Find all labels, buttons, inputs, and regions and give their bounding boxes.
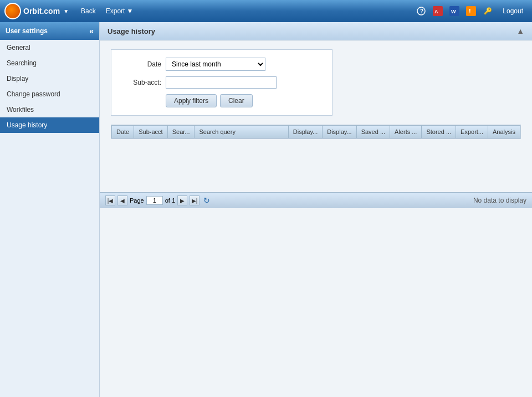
- user-icon-button[interactable]: A: [432, 5, 444, 17]
- clear-button[interactable]: Clear: [220, 94, 253, 107]
- date-select[interactable]: Since last month Last week Last 3 months…: [166, 58, 265, 71]
- sidebar-item-workfiles[interactable]: Workfiles: [0, 102, 99, 117]
- col-alerts[interactable]: Alerts ...: [390, 126, 422, 138]
- col-stored[interactable]: Stored ...: [422, 126, 456, 138]
- date-label: Date: [122, 60, 161, 68]
- col-date[interactable]: Date: [112, 126, 134, 138]
- col-analysis[interactable]: Analysis: [488, 126, 520, 138]
- filter-buttons: Apply filters Clear: [166, 94, 321, 107]
- topbar-right: ? A W ! 🔑 Logout: [415, 5, 528, 17]
- first-page-button[interactable]: |◀: [105, 195, 115, 205]
- logo-dropdown-icon[interactable]: ▼: [63, 8, 69, 14]
- col-search-query[interactable]: Search query: [195, 126, 288, 138]
- help-button[interactable]: ?: [415, 5, 427, 17]
- logo-text: Orbit.com: [23, 7, 60, 16]
- sidebar-header: User settings «: [0, 22, 99, 40]
- svg-text:A: A: [434, 9, 438, 14]
- content-area: Usage history ▲ Date Since last month La…: [100, 22, 532, 397]
- col-sear[interactable]: Sear...: [167, 126, 195, 138]
- filter-form: Date Since last month Last week Last 3 m…: [111, 49, 332, 116]
- col-subacct[interactable]: Sub-acct: [134, 126, 167, 138]
- sidebar-collapse-icon[interactable]: «: [89, 27, 94, 35]
- page-input[interactable]: [146, 196, 163, 205]
- sidebar-item-searching[interactable]: Searching: [0, 55, 99, 71]
- svg-text:🔑: 🔑: [484, 7, 492, 15]
- logo-icon: [4, 3, 21, 19]
- content-header: Usage history ▲: [100, 22, 532, 40]
- content-body: Date Since last month Last week Last 3 m…: [100, 40, 532, 192]
- pagination-bar: |◀ ◀ Page of 1 ▶ ▶| ↻ No data to display: [100, 192, 532, 208]
- logout-button[interactable]: Logout: [498, 5, 528, 17]
- sidebar-item-change-password[interactable]: Change password: [0, 86, 99, 102]
- sidebar-item-usage-history[interactable]: Usage history: [0, 117, 99, 133]
- data-table: Date Sub-acct Sear... Search query Displ…: [111, 125, 520, 138]
- last-page-button[interactable]: ▶|: [190, 195, 200, 205]
- of-label: of 1: [165, 197, 175, 204]
- main-layout: User settings « General Searching Displa…: [0, 22, 532, 397]
- svg-text:W: W: [451, 9, 456, 14]
- page-title: Usage history: [108, 27, 155, 35]
- next-page-button[interactable]: ▶: [177, 195, 187, 205]
- prev-page-button[interactable]: ◀: [117, 195, 127, 205]
- col-saved[interactable]: Saved ...: [356, 126, 390, 138]
- empty-area: [111, 139, 521, 183]
- date-row: Date Since last month Last week Last 3 m…: [122, 58, 321, 71]
- pagination-left: |◀ ◀ Page of 1 ▶ ▶| ↻: [105, 195, 212, 205]
- svg-text:!: !: [469, 8, 471, 14]
- col-display2[interactable]: Display...: [323, 126, 356, 138]
- subacct-label: Sub-acct:: [122, 79, 161, 86]
- refresh-button[interactable]: ↻: [202, 195, 212, 205]
- page-label: Page: [130, 197, 144, 204]
- data-table-wrapper: Date Sub-acct Sear... Search query Displ…: [111, 125, 521, 139]
- svg-rect-6: [466, 6, 476, 16]
- alert-icon-button[interactable]: !: [465, 5, 477, 17]
- content-collapse-icon[interactable]: ▲: [516, 27, 524, 35]
- export-dropdown-icon: ▼: [126, 7, 133, 15]
- key-icon-button[interactable]: 🔑: [482, 5, 494, 17]
- word-icon-button[interactable]: W: [448, 5, 461, 17]
- no-data-text: No data to display: [473, 197, 526, 204]
- subacct-input[interactable]: [166, 76, 277, 89]
- sidebar-item-general[interactable]: General: [0, 40, 99, 55]
- logo[interactable]: Orbit.com ▼: [4, 3, 69, 19]
- table-header-row: Date Sub-acct Sear... Search query Displ…: [112, 126, 520, 138]
- sidebar: User settings « General Searching Displa…: [0, 22, 100, 397]
- sidebar-header-label: User settings: [6, 27, 48, 35]
- svg-text:?: ?: [420, 8, 423, 14]
- col-export[interactable]: Export...: [456, 126, 488, 138]
- col-display1[interactable]: Display...: [288, 126, 322, 138]
- topbar: Orbit.com ▼ Back Export ▼ ? A W ! 🔑 Logo…: [0, 0, 532, 22]
- export-button[interactable]: Export ▼: [103, 5, 137, 17]
- subacct-row: Sub-acct:: [122, 76, 321, 89]
- back-button[interactable]: Back: [78, 5, 99, 17]
- apply-filters-button[interactable]: Apply filters: [166, 94, 217, 107]
- sidebar-item-display[interactable]: Display: [0, 71, 99, 86]
- topbar-nav: Back Export ▼: [78, 5, 136, 17]
